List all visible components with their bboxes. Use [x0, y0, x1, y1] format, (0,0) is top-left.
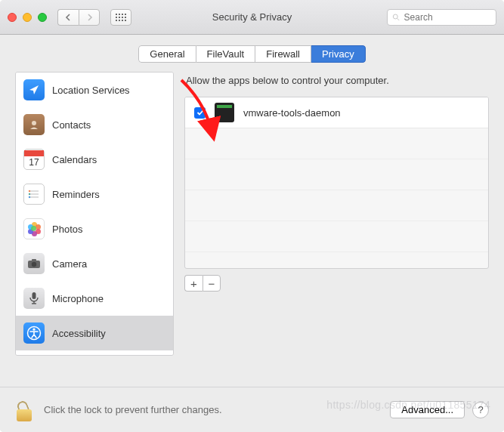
sidebar-item-photos[interactable]: Photos [16, 211, 173, 246]
tab-bar: General FileVault Firewall Privacy [0, 35, 504, 72]
svg-point-8 [29, 196, 30, 198]
lock-body-icon [17, 409, 32, 421]
sidebar-item-camera[interactable]: Camera [16, 246, 173, 281]
svg-point-0 [393, 14, 397, 19]
svg-rect-11 [32, 259, 36, 261]
lock-button[interactable] [15, 399, 35, 421]
sidebar-item-label: Microphone [52, 293, 104, 304]
window-controls [8, 13, 47, 22]
contacts-icon [23, 114, 45, 135]
nav-buttons [57, 9, 100, 26]
app-row-empty [185, 190, 488, 221]
main-panel: Allow the apps below to control your com… [184, 72, 489, 356]
svg-point-16 [32, 329, 35, 331]
sidebar-item-full-disk[interactable]: Full Disk Access [16, 350, 173, 356]
forward-button[interactable] [79, 9, 100, 26]
app-row-empty [185, 221, 488, 252]
app-list[interactable]: vmware-tools-daemon [184, 97, 489, 269]
app-row[interactable]: vmware-tools-daemon [185, 97, 488, 128]
sidebar-item-microphone[interactable]: Microphone [16, 281, 173, 316]
sidebar-item-accessibility[interactable]: Accessibility [16, 316, 173, 350]
tab-filevault[interactable]: FileVault [196, 45, 256, 63]
app-name: vmware-tools-daemon [243, 107, 341, 119]
sidebar-item-label: Calendars [52, 154, 97, 165]
add-button[interactable]: + [184, 275, 203, 292]
preferences-window: Security & Privacy General FileVault Fir… [0, 0, 504, 432]
sidebar-item-reminders[interactable]: Reminders [16, 177, 173, 211]
titlebar: Security & Privacy [0, 0, 504, 35]
chevron-left-icon [65, 14, 72, 21]
sidebar-item-label: Contacts [52, 119, 91, 131]
app-row-empty [185, 159, 488, 190]
app-checkbox[interactable] [194, 107, 206, 119]
category-sidebar[interactable]: Location Services Contacts 17 Calendars [15, 72, 174, 356]
sidebar-item-label: Camera [52, 258, 87, 270]
reminders-icon [23, 184, 45, 205]
sidebar-item-label: Photos [52, 224, 82, 235]
tab-privacy[interactable]: Privacy [311, 45, 366, 63]
svg-line-1 [397, 18, 400, 20]
lock-description: Click the lock to prevent further change… [44, 404, 222, 415]
check-icon [196, 109, 204, 116]
minimize-icon[interactable] [23, 13, 32, 22]
camera-icon [23, 253, 45, 274]
panel-description: Allow the apps below to control your com… [184, 72, 489, 97]
chevron-right-icon [86, 14, 93, 21]
search-field[interactable] [387, 9, 496, 26]
grid-icon [116, 14, 126, 21]
sidebar-item-label: Reminders [52, 189, 100, 200]
microphone-icon [23, 288, 45, 309]
accessibility-icon [23, 322, 45, 344]
back-button[interactable] [57, 9, 79, 26]
tab-general[interactable]: General [138, 45, 196, 63]
location-icon [23, 79, 45, 100]
sidebar-item-label: Location Services [52, 85, 130, 96]
help-button[interactable]: ? [472, 402, 489, 418]
sidebar-item-location[interactable]: Location Services [16, 73, 173, 107]
close-icon[interactable] [8, 13, 17, 22]
show-all-button[interactable] [110, 9, 131, 26]
svg-point-6 [29, 190, 30, 192]
advanced-button[interactable]: Advanced... [390, 401, 465, 418]
zoom-icon[interactable] [38, 13, 47, 22]
content-area: Location Services Contacts 17 Calendars [0, 72, 504, 368]
tab-firewall[interactable]: Firewall [255, 45, 311, 63]
app-row-empty [185, 128, 488, 159]
svg-rect-12 [32, 292, 36, 299]
search-icon [392, 13, 400, 22]
add-remove-controls: + − [184, 275, 489, 292]
search-input[interactable] [404, 12, 491, 23]
svg-point-7 [29, 193, 30, 195]
sidebar-item-calendars[interactable]: 17 Calendars [16, 142, 173, 177]
svg-point-2 [32, 121, 36, 125]
calendar-icon: 17 [23, 149, 45, 170]
remove-button[interactable]: − [203, 275, 221, 292]
svg-point-10 [32, 262, 36, 267]
photos-icon [23, 218, 45, 239]
sidebar-item-label: Accessibility [52, 328, 106, 339]
terminal-icon [215, 103, 234, 122]
sidebar-item-contacts[interactable]: Contacts [16, 107, 173, 142]
footer: Click the lock to prevent further change… [0, 387, 504, 432]
